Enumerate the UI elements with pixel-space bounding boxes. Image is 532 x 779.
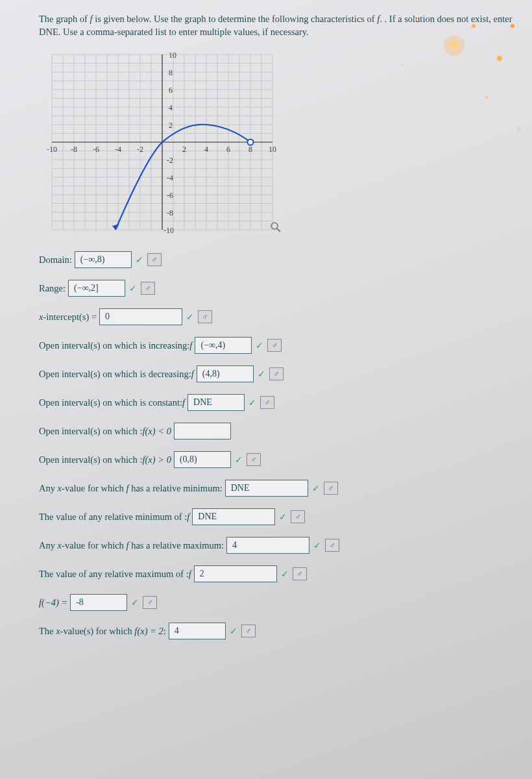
svg-marker-74 [112,224,119,230]
share-link-button[interactable]: ♂ [324,482,338,495]
answer-row-8: Any x-value for which f has a relative m… [39,480,513,497]
svg-text:6: 6 [226,145,230,154]
svg-line-76 [277,229,280,232]
magnify-icon[interactable] [270,221,282,236]
svg-text:-8: -8 [167,208,173,217]
check-icon: ✓ [186,312,194,323]
answer-input[interactable]: DNE [192,508,275,525]
check-icon: ✓ [279,512,287,523]
answer-row-5: Open interval(s) on which is constant:fD… [39,394,513,411]
row-label: The value of any relative minimum of :f [39,512,189,523]
answer-input[interactable]: -8 [70,594,127,611]
row-label: Open interval(s) on which is decreasing:… [39,369,194,380]
function-graph: -10 -8 -6 -4 -2 2 4 6 8 10 10 8 6 4 2 -2… [39,45,285,240]
share-link-button[interactable]: ♂ [198,310,212,323]
answer-input[interactable]: DNE [225,480,308,497]
row-label: x-intercept(s) = [39,312,97,323]
svg-text:8: 8 [248,145,252,154]
svg-text:-6: -6 [167,191,173,200]
svg-text:-2: -2 [167,156,173,165]
check-icon: ✓ [129,283,137,294]
answer-row-12: f(−4) =-8✓♂ [39,594,513,611]
row-label: Open interval(s) on which :f(x) > 0 [39,454,171,465]
share-link-button[interactable]: ♂ [247,453,261,466]
share-link-button[interactable]: ♂ [325,539,339,552]
svg-text:-2: -2 [137,145,143,154]
answer-row-11: The value of any relative maximum of :f2… [39,565,513,582]
svg-point-73 [248,140,254,145]
answer-input[interactable]: (−∞,8) [75,251,132,268]
row-label: f(−4) = [39,597,67,608]
svg-text:4: 4 [169,103,173,112]
check-icon: ✓ [248,397,256,408]
svg-text:-10: -10 [163,226,174,235]
answer-row-3: Open interval(s) on which is increasing:… [39,337,513,354]
answer-row-9: The value of any relative minimum of :fD… [39,508,513,525]
row-label: Open interval(s) on which is constant:f [39,397,185,408]
answer-row-7: Open interval(s) on which :f(x) > 0(0,8)… [39,451,513,468]
svg-text:6: 6 [169,86,173,95]
answer-row-0: Domain:(−∞,8)✓♂ [39,251,513,268]
svg-text:-4: -4 [115,145,121,154]
check-icon: ✓ [230,626,237,637]
row-label: The x-value(s) for which f(x) = 2: [39,626,166,637]
share-link-button[interactable]: ♂ [141,282,155,295]
check-icon: ✓ [281,569,289,580]
row-label: Domain: [39,254,72,266]
answer-row-1: Range:(−∞,2]✓♂ [39,280,513,297]
answer-input[interactable]: (−∞,2] [68,280,125,297]
svg-text:-8: -8 [71,145,77,154]
svg-text:8: 8 [169,68,173,77]
share-link-button[interactable]: ♂ [147,253,162,266]
check-icon: ✓ [256,340,263,351]
svg-text:-6: -6 [93,145,99,154]
answer-input[interactable] [174,423,231,439]
share-link-button[interactable]: ♂ [293,567,307,580]
share-link-button[interactable]: ♂ [143,596,157,609]
svg-text:4: 4 [204,145,208,154]
answer-input[interactable]: (4,8) [197,365,254,382]
svg-text:2: 2 [182,145,186,154]
check-icon: ✓ [235,454,243,465]
share-link-button[interactable]: ♂ [267,339,282,352]
svg-text:-10: -10 [47,145,57,154]
share-link-button[interactable]: ♂ [241,624,256,637]
question-prompt: The graph of f is given below. Use the g… [39,13,513,38]
answer-row-2: x-intercept(s) =0✓♂ [39,308,513,325]
svg-text:10: 10 [169,51,176,60]
share-link-button[interactable]: ♂ [260,396,274,409]
answer-row-6: Open interval(s) on which :f(x) < 0 [39,423,513,439]
check-icon: ✓ [136,254,143,266]
share-link-button[interactable]: ♂ [291,510,305,523]
svg-text:2: 2 [169,121,173,130]
check-icon: ✓ [258,369,265,380]
answer-row-4: Open interval(s) on which is decreasing:… [39,365,513,382]
answer-row-10: Any x-value for which f has a relative m… [39,537,513,554]
row-label: Open interval(s) on which is increasing:… [39,340,192,351]
answer-input[interactable]: DNE [187,394,245,411]
answer-input[interactable]: 2 [194,565,277,582]
answer-input[interactable]: 0 [99,308,182,325]
row-label: Range: [39,283,66,294]
svg-text:10: 10 [269,145,276,154]
svg-point-75 [271,223,278,229]
answer-input[interactable]: 4 [226,537,309,554]
row-label: Any x-value for which f has a relative m… [39,483,223,494]
svg-text:-4: -4 [167,173,173,182]
answer-input[interactable]: 4 [169,623,226,639]
row-label: The value of any relative maximum of :f [39,569,191,580]
check-icon: ✓ [313,540,321,551]
check-icon: ✓ [131,597,139,608]
row-label: Any x-value for which f has a relative m… [39,540,224,551]
answer-row-13: The x-value(s) for which f(x) = 2:4✓♂ [39,623,513,639]
check-icon: ✓ [312,483,320,494]
row-label: Open interval(s) on which :f(x) < 0 [39,426,171,437]
answer-input[interactable]: (0,8) [174,451,231,468]
answer-input[interactable]: (−∞,4) [195,337,252,354]
share-link-button[interactable]: ♂ [269,367,284,380]
